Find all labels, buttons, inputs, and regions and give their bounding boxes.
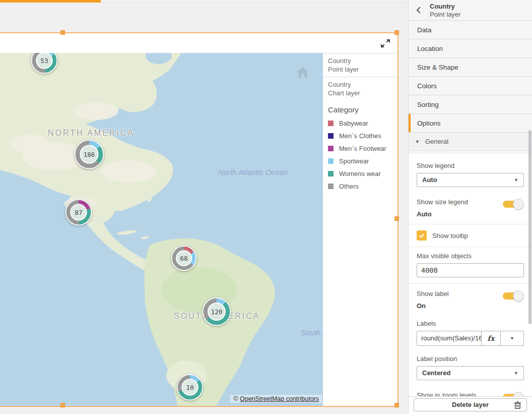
legend-item-others[interactable]: Others	[323, 180, 397, 193]
general-accordion-label: General	[425, 138, 448, 145]
show-size-legend-label: Show size legend	[417, 198, 468, 206]
legend-item-womens-wear[interactable]: Womens wear	[323, 167, 397, 180]
options-content: Show legend Auto ▼ Show size legend Auto…	[409, 154, 532, 396]
show-legend-value: Auto	[422, 176, 437, 184]
show-tooltip-row[interactable]: Show tooltip	[417, 230, 524, 241]
show-label-value: On	[417, 302, 532, 310]
donut-marker-87[interactable]: 87	[64, 198, 93, 228]
trash-icon	[514, 401, 521, 413]
label-position-value: Centered	[422, 369, 450, 377]
donut-marker-10[interactable]: 10	[175, 373, 205, 403]
properties-panel: Country Point layer DataLocationSize & S…	[408, 0, 532, 414]
max-visible-objects-input[interactable]: 4000	[417, 263, 524, 277]
donut-marker-186[interactable]: 186	[73, 138, 105, 172]
section-label: Location	[417, 45, 443, 52]
legend-layer-title: Country	[328, 56, 392, 65]
show-size-legend-toggle[interactable]	[503, 198, 524, 210]
section-label: Options	[417, 120, 441, 127]
sidebar-section-colors[interactable]: Colors	[409, 77, 532, 95]
labels-expression-input[interactable]: round(sum(Sales)/16	[417, 331, 482, 346]
labels-expression-group: round(sum(Sales)/16 fx ▼	[417, 331, 524, 346]
legend-item-label: Men´s Footwear	[339, 145, 386, 152]
sidebar-section-sorting[interactable]: Sorting	[409, 95, 532, 114]
general-accordion-header[interactable]: ▼ General	[409, 133, 532, 151]
back-chevron-icon[interactable]	[415, 6, 424, 15]
label-position-dropdown[interactable]: Centered ▼	[417, 366, 524, 380]
chevron-down-icon: ▼	[514, 367, 518, 380]
chevron-down-icon: ▼	[514, 173, 518, 187]
legend-color-swatch	[328, 171, 334, 176]
attribution-link[interactable]: OpenStreetMap contributors	[240, 395, 319, 402]
legend-layer-subtitle: Chart layer	[328, 89, 392, 97]
legend-item-label: Babywear	[339, 120, 368, 127]
show-label-toggle[interactable]	[503, 290, 524, 302]
selection-handle-bottom-right[interactable]	[394, 403, 399, 407]
legend-item-label: Men´s Clothes	[339, 132, 381, 140]
sidebar-section-options[interactable]: Options	[409, 114, 532, 133]
legend-layer-subtitle: Point layer	[328, 65, 392, 74]
panel-subtitle: Point layer	[430, 11, 460, 18]
panel-header: Country Point layer	[409, 0, 532, 21]
map-canvas[interactable]: NORTH AMERICA SOUTH AMERICA North Atlant…	[0, 53, 323, 406]
delete-layer-label: Delete layer	[452, 401, 489, 408]
fx-expression-icon[interactable]: fx	[482, 331, 501, 346]
selection-handle-bottom[interactable]	[60, 403, 65, 407]
section-label: Size & Shape	[417, 64, 458, 71]
selection-handle-top[interactable]	[60, 30, 65, 35]
divider	[409, 283, 532, 284]
legend-item-men-s-footwear[interactable]: Men´s Footwear	[323, 142, 397, 155]
divider	[409, 224, 532, 224]
donut-marker-120[interactable]: 120	[201, 296, 232, 329]
show-in-zoom-levels-toggle[interactable]	[503, 391, 524, 396]
delete-layer-button[interactable]: Delete layer	[414, 398, 527, 411]
legend-item-men-s-clothes[interactable]: Men´s Clothes	[323, 130, 397, 142]
show-size-legend-value: Auto	[417, 210, 532, 218]
map-legend-panel: CountryPoint layerCountryChart layer Cat…	[323, 53, 397, 406]
max-visible-objects-label: Max visible objects	[417, 252, 524, 260]
show-tooltip-checkbox[interactable]	[417, 230, 427, 241]
sidebar-section-location[interactable]: Location	[409, 39, 532, 58]
legend-item-label: Womens wear	[339, 170, 381, 178]
map-attribution: © OpenStreetMap contributors	[230, 395, 322, 403]
legend-color-swatch	[328, 146, 334, 151]
sidebar-section-data[interactable]: Data	[409, 21, 532, 39]
show-in-zoom-levels-label: Show in zoom levels	[417, 391, 477, 396]
section-label: Sorting	[417, 101, 439, 108]
chevron-down-icon: ▼	[510, 336, 514, 341]
legend-item-list: BabywearMen´s ClothesMen´s FootwearSport…	[323, 117, 397, 193]
selection-handle-right[interactable]	[394, 216, 399, 221]
legend-color-swatch	[328, 184, 334, 189]
legend-item-babywear[interactable]: Babywear	[323, 117, 397, 130]
toolbar-accent-bar	[0, 0, 101, 3]
legend-layer-chart-layer: CountryChart layer	[323, 77, 397, 100]
show-legend-dropdown[interactable]: Auto ▼	[417, 173, 524, 187]
panel-footer: Delete layer	[409, 396, 532, 414]
show-tooltip-label: Show tooltip	[432, 232, 468, 240]
legend-layer-list: CountryPoint layerCountryChart layer	[323, 53, 397, 100]
donut-marker-53[interactable]: 53	[30, 53, 59, 77]
chart-layer-markers: 53186876812010	[0, 53, 323, 406]
map-visualization-object[interactable]: NORTH AMERICA SOUTH AMERICA North Atlant…	[0, 32, 398, 407]
labels-dropdown-button[interactable]: ▼	[501, 331, 524, 346]
legend-item-label: Others	[339, 183, 359, 190]
fullscreen-expand-icon[interactable]	[379, 37, 391, 49]
label-position-label: Label position	[417, 355, 524, 363]
toolbar-divider	[101, 2, 408, 3]
panel-title: Country	[430, 3, 455, 10]
legend-layer-point-layer: CountryPoint layer	[323, 53, 397, 77]
donut-marker-68[interactable]: 68	[170, 244, 198, 274]
labels-label: Labels	[417, 320, 524, 327]
svg-text:68: 68	[180, 255, 188, 262]
section-label: Data	[417, 26, 432, 34]
sidebar-sections: DataLocationSize & ShapeColorsSortingOpt…	[409, 21, 532, 133]
show-legend-label: Show legend	[417, 162, 524, 169]
svg-text:120: 120	[211, 308, 223, 316]
legend-item-label: Sportwear	[339, 157, 369, 165]
panel-scrollbar-thumb[interactable]	[528, 130, 531, 324]
legend-item-sportwear[interactable]: Sportwear	[323, 155, 397, 167]
svg-text:10: 10	[186, 384, 194, 391]
svg-text:186: 186	[84, 151, 95, 158]
legend-layer-title: Country	[328, 80, 392, 89]
sidebar-section-size-shape[interactable]: Size & Shape	[409, 58, 532, 77]
selection-handle-top-right[interactable]	[394, 30, 399, 35]
